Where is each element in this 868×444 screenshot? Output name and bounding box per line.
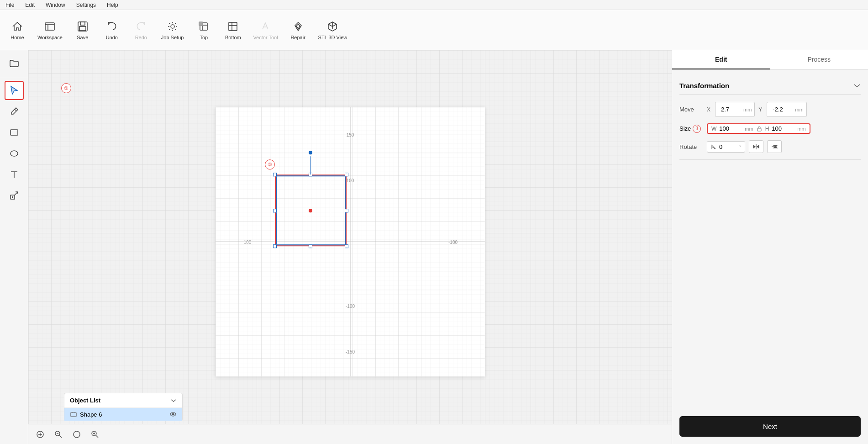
toolbar-redo-button[interactable]: Redo — [127, 17, 155, 43]
right-tabs: Edit Process — [672, 50, 868, 70]
tool-ellipse[interactable] — [5, 144, 24, 163]
object-list-header: Object List — [64, 393, 182, 408]
size-w-unit: mm — [745, 126, 753, 132]
move-y-unit: mm — [795, 107, 803, 112]
tool-text[interactable] — [5, 165, 24, 184]
svg-text:-100: -100 — [345, 304, 354, 309]
move-y-input[interactable] — [770, 104, 795, 115]
menu-window[interactable]: Window — [44, 1, 67, 9]
toolbar-workspace-label: Workspace — [37, 35, 63, 40]
svg-point-18 — [12, 197, 13, 198]
size-label: Size — [679, 125, 691, 132]
svg-line-40 — [59, 435, 62, 438]
toolbar-jobsetup-label: Job Setup — [161, 35, 184, 40]
move-y-group: Y mm — [758, 102, 806, 117]
toolbar-vectortool-button[interactable]: Vector Tool — [248, 17, 282, 43]
toolbar-undo-button[interactable]: Undo — [98, 17, 126, 43]
tool-transform[interactable] — [5, 186, 24, 205]
menu-edit[interactable]: Edit — [23, 1, 37, 9]
tab-process[interactable]: Process — [770, 50, 868, 69]
toolbar-home-button[interactable]: Home — [4, 17, 31, 43]
annotation-2: ② — [265, 159, 275, 169]
svg-text:-150: -150 — [345, 349, 354, 354]
annotation-1: ① — [61, 83, 71, 93]
toolbar-jobsetup-button[interactable]: Job Setup — [157, 17, 189, 43]
toolbar-redo-label: Redo — [135, 35, 147, 40]
size-w-label: W — [711, 126, 716, 132]
svg-rect-32 — [71, 412, 76, 417]
toolbar-undo-label: Undo — [106, 35, 118, 40]
toolbar-repair-button[interactable]: Repair — [284, 17, 312, 43]
move-x-input[interactable] — [718, 104, 743, 115]
rotate-fields: ° — [707, 140, 782, 153]
move-label: Move — [679, 106, 707, 113]
toolbar-top-button[interactable]: Top — [190, 17, 217, 43]
size-row: Size 3 W mm H mm — [679, 123, 861, 134]
toolbar: Home Workspace Save Undo Redo — [0, 10, 868, 50]
rotate-input-container: ° — [707, 141, 745, 153]
zoom-bar — [28, 424, 672, 444]
toolbar-stl3d-button[interactable]: STL 3D View — [314, 17, 352, 43]
svg-point-34 — [172, 413, 174, 415]
size-w-input[interactable] — [719, 125, 742, 132]
svg-text:150: 150 — [346, 132, 354, 137]
toolbar-workspace-button[interactable]: Workspace — [33, 17, 67, 43]
move-y-label: Y — [758, 106, 765, 113]
svg-rect-0 — [45, 23, 54, 30]
svg-rect-4 — [80, 22, 85, 25]
toolbar-stl3d-label: STL 3D View — [318, 35, 347, 40]
svg-point-16 — [11, 151, 18, 156]
tool-rectangle[interactable] — [5, 123, 24, 142]
svg-rect-5 — [79, 26, 86, 31]
tool-pen[interactable] — [5, 102, 24, 121]
zoom-add-button[interactable] — [34, 428, 47, 441]
menu-settings[interactable]: Settings — [74, 1, 98, 9]
object-list-shape-name: Shape 6 — [80, 411, 102, 418]
svg-point-41 — [74, 431, 80, 438]
object-list-panel: Object List Shape 6 — [64, 393, 183, 421]
svg-rect-11 — [229, 22, 237, 31]
move-x-unit: mm — [743, 107, 752, 112]
main-area: 150 100 100 -100 -100 -150 — [0, 50, 868, 444]
next-button[interactable]: Next — [679, 416, 861, 437]
tool-select[interactable] — [5, 81, 24, 100]
mirror-horizontal-button[interactable] — [767, 140, 782, 153]
size-badge: 3 — [693, 125, 701, 133]
size-h-label: H — [765, 126, 769, 132]
menu-help[interactable]: Help — [105, 1, 120, 9]
lock-icon[interactable] — [756, 126, 763, 132]
object-list-item[interactable]: Shape 6 — [64, 408, 182, 421]
menu-file[interactable]: File — [4, 1, 16, 9]
toolbar-save-button[interactable]: Save — [69, 17, 96, 43]
toolbar-bottom-button[interactable]: Bottom — [219, 17, 247, 43]
toolbar-save-label: Save — [77, 35, 88, 40]
move-x-group: X mm — [707, 102, 755, 117]
visibility-icon[interactable] — [169, 411, 177, 418]
mirror-vertical-button[interactable] — [749, 140, 763, 153]
tab-edit[interactable]: Edit — [672, 50, 770, 69]
object-list-collapse-icon[interactable] — [170, 397, 177, 404]
rotate-label: Rotate — [679, 143, 707, 150]
zoom-fit-button[interactable] — [70, 428, 83, 441]
svg-point-6 — [171, 25, 174, 28]
zoom-in-button[interactable] — [89, 428, 101, 441]
svg-text:100: 100 — [243, 240, 251, 245]
menu-bar: File Edit Window Settings Help — [0, 0, 868, 10]
folder-button[interactable] — [5, 54, 24, 73]
transformation-collapse-icon[interactable] — [853, 82, 861, 90]
canvas-area[interactable]: 150 100 100 -100 -100 -150 — [28, 50, 672, 444]
rotate-input[interactable] — [719, 143, 737, 150]
move-y-input-container: mm — [767, 102, 806, 117]
toolbar-vectortool-label: Vector Tool — [253, 35, 278, 40]
selected-shape-container[interactable] — [275, 174, 347, 246]
rotate-row: Rotate ° — [679, 140, 861, 153]
move-x-label: X — [707, 106, 713, 113]
paper-grid: 150 100 100 -100 -100 -150 — [216, 107, 485, 376]
svg-rect-10 — [199, 22, 203, 26]
right-content: Transformation Move X mm — [672, 70, 868, 416]
toolbar-top-label: Top — [200, 35, 208, 40]
size-label-container: Size 3 — [679, 125, 707, 133]
zoom-out-button[interactable] — [52, 428, 65, 441]
toolbar-home-label: Home — [11, 35, 24, 40]
size-h-input[interactable] — [772, 125, 794, 132]
